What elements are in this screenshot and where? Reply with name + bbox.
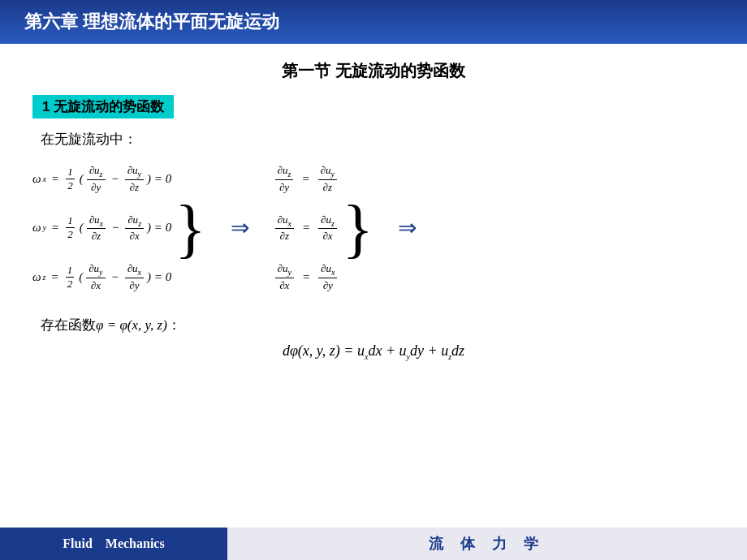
right-brace-2: } [342, 196, 373, 261]
big-equation: dφ(x, y, z) = uxdx + uydy + uzdz [32, 342, 715, 361]
omega-equations-group: ωx = 1 2 ( ∂uz ∂y − ∂uy [32, 157, 206, 299]
footer-left: Fluid Mechanics [0, 528, 227, 560]
partial-eq-1: ∂uz ∂y = ∂uy ∂z [274, 163, 339, 195]
footer: Fluid Mechanics 流 体 力 学 [0, 528, 747, 560]
intro-text: 在无旋流动中： [41, 130, 715, 149]
omega-equations-set: ωx = 1 2 ( ∂uz ∂y − ∂uy [32, 157, 171, 299]
header-title: 第六章 理想流体的平面无旋运动 [24, 11, 279, 32]
main-content: 第一节 无旋流动的势函数 1 无旋流动的势函数 在无旋流动中： ωx = 1 2 [0, 44, 747, 377]
equations-container: ωx = 1 2 ( ∂uz ∂y − ∂uy [32, 157, 715, 299]
mechanics-label: Mechanics [106, 536, 165, 551]
partial-equations-group: ∂uz ∂y = ∂uy ∂z ∂ux ∂z = [274, 157, 374, 299]
omega-x-equation: ωx = 1 2 ( ∂uz ∂y − ∂uy [32, 163, 171, 195]
arrow-1: ⇒ [231, 214, 249, 241]
arrow-2: ⇒ [398, 214, 417, 241]
partial-equations-set: ∂uz ∂y = ∂uy ∂z ∂ux ∂z = [274, 157, 339, 299]
omega-y-equation: ωy = 1 2 ( ∂ux ∂z − ∂uz [32, 213, 171, 244]
section-title: 第一节 无旋流动的势函数 [32, 60, 715, 82]
fluid-label: Fluid [63, 536, 92, 551]
subsection-label-text: 1 无旋流动的势函数 [32, 95, 174, 118]
right-brace-1: } [175, 196, 205, 261]
partial-eq-2: ∂ux ∂z = ∂uz ∂x [274, 213, 339, 244]
page-header: 第六章 理想流体的平面无旋运动 [0, 0, 747, 44]
exists-text: 存在函数φ = φ(x, y, z)： [41, 316, 715, 334]
chinese-title: 流 体 力 学 [429, 534, 545, 554]
partial-eq-3: ∂uy ∂x = ∂ux ∂y [274, 261, 339, 293]
omega-z-equation: ωz = 1 2 ( ∂uy ∂x − ∂ux [32, 261, 171, 293]
footer-right: 流 体 力 学 [227, 528, 747, 560]
subsection-label: 1 无旋流动的势函数 [32, 95, 715, 130]
